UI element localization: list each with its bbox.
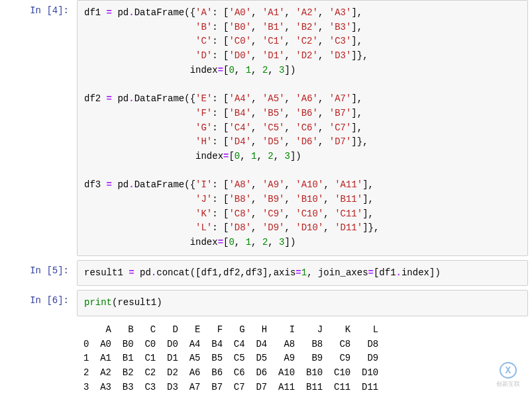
code-input-5[interactable]: result1 = pd.concat([df1,df2,df3],axis=1… [77,260,528,287]
cell-6-output: A B C D E F G H I J K L 0 A0 B0 C0 D0 A4… [0,320,532,400]
cell-5: In [5]: result1 = pd.concat([df1,df2,df3… [0,260,532,287]
watermark: X 创新互联 [488,362,528,388]
watermark-text: 创新互联 [496,380,520,388]
cell-prompt: In [5]: [0,260,77,281]
cell-6: In [6]: print(result1) [0,290,532,316]
code-input-6[interactable]: print(result1) [77,290,528,316]
code-input-4[interactable]: df1 = pd.DataFrame({'A': ['A0', 'A1', 'A… [77,0,528,256]
print-output: A B C D E F G H I J K L 0 A0 B0 C0 D0 A4… [77,320,532,400]
cell-prompt: In [4]: [0,0,77,21]
cell-4: In [4]: df1 = pd.DataFrame({'A': ['A0', … [0,0,532,256]
cell-prompt: In [6]: [0,290,77,311]
output-prompt [0,320,77,331]
watermark-icon: X [500,362,517,379]
